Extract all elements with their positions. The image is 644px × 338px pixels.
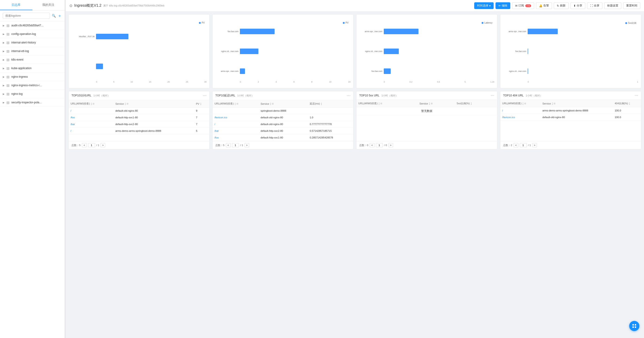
hbar-bar-2-1 bbox=[240, 29, 274, 34]
sort-url-4[interactable]: ▲▼ bbox=[522, 102, 524, 105]
url-link-2-5[interactable]: /foo bbox=[214, 136, 218, 139]
legend-dot-4 bbox=[625, 22, 627, 24]
sidebar-item-6[interactable]: ▶ ▤ nginx-ingress bbox=[0, 73, 64, 81]
page-separator-4: / 1 bbox=[528, 144, 531, 147]
title-setting-button[interactable]: 标题设置 bbox=[604, 2, 621, 9]
url-link-2-4[interactable]: /bar bbox=[214, 129, 219, 132]
url-link-1-1[interactable]: / bbox=[70, 109, 71, 112]
sidebar-item-5[interactable]: ▶ ▤ kube-application bbox=[0, 64, 64, 73]
subscribe-button[interactable]: ✉ 订阅 new bbox=[512, 2, 534, 9]
next-page-3[interactable]: > bbox=[388, 143, 393, 147]
sidebar-item-name-2: internal-alert-history bbox=[11, 41, 62, 44]
service-cell-2-1: springboot-demo-8888 bbox=[259, 107, 308, 114]
hbar-chart-1: PV Mozilla/.../537.36 0 bbox=[72, 20, 206, 83]
sidebar-item-7[interactable]: ▶ ▤ nginx-ingress-metrics-r... bbox=[0, 81, 64, 90]
latency-cell-2-5: 0.285714285428578 bbox=[308, 134, 353, 141]
hbar-axis-1: 0 5 10 15 20 25 30 bbox=[96, 81, 206, 83]
add-logstore-icon[interactable]: ＋ bbox=[58, 13, 62, 18]
edit-button[interactable]: ✏ 编辑 bbox=[496, 2, 510, 9]
url-link-4-2[interactable]: /favicon.ico bbox=[502, 116, 515, 119]
refresh-label: 刷新 bbox=[560, 4, 566, 8]
sort-service-1[interactable]: ▲▼ bbox=[124, 102, 126, 105]
page-separator-2: / 1 bbox=[240, 144, 243, 147]
url-link-2-3[interactable]: / bbox=[214, 123, 215, 126]
search-icon: 🔍 bbox=[52, 14, 56, 17]
prev-page-2[interactable]: < bbox=[226, 143, 230, 147]
sidebar-tab-logstore[interactable]: 日志库 bbox=[0, 0, 32, 10]
hbar-bar-2-3 bbox=[240, 68, 245, 74]
sidebar-item-9[interactable]: ▶ ▤ security-inspector-pola... bbox=[0, 98, 64, 107]
charts-row: PV Mozilla/.../537.36 0 bbox=[68, 14, 641, 88]
time-select-button[interactable]: 时间选择 ▾ bbox=[474, 2, 494, 9]
table-wrapper-4: URL(ARMS排查) ▲▼ ⊞ Service ▲▼ bbox=[500, 100, 641, 141]
sort-pv-1[interactable]: ▲▼ bbox=[200, 102, 202, 105]
next-page-4[interactable]: > bbox=[532, 143, 537, 147]
search-input[interactable] bbox=[3, 13, 50, 19]
url-link-1-2[interactable]: /foo bbox=[70, 116, 75, 119]
float-action-button[interactable] bbox=[629, 321, 639, 331]
hbar-row-2-2: nginx.c6...iner.com bbox=[215, 48, 350, 54]
fullscreen-button[interactable]: ⛶ 全屏 bbox=[587, 2, 602, 9]
url-link-2-2[interactable]: /favicon.ico bbox=[214, 116, 227, 119]
legend-dot-1 bbox=[199, 22, 201, 24]
table-title-2: TOP10延迟URL 1小时（相对） bbox=[215, 94, 254, 98]
sort-404-4[interactable]: ▲▼ bbox=[629, 102, 630, 105]
url-link-1-4[interactable]: / bbox=[70, 129, 71, 132]
arrow-icon-6: ▶ bbox=[3, 76, 5, 78]
table-card-header-2: TOP10延迟URL 1小时（相对） ⋯ bbox=[212, 91, 353, 100]
sidebar-item-1[interactable]: ▶ ▤ config-operation-log bbox=[0, 30, 64, 38]
sort-service-3[interactable]: ▲▼ bbox=[429, 102, 430, 105]
legend-label-2: PV bbox=[346, 21, 348, 24]
table-more-3[interactable]: ⋯ bbox=[491, 94, 494, 97]
filter-service-2[interactable]: ⊞ bbox=[272, 102, 274, 105]
sidebar-item-8[interactable]: ▶ ▤ nginx-log bbox=[0, 90, 64, 98]
next-page-2[interactable]: > bbox=[244, 143, 249, 147]
filter-service-4[interactable]: ⊞ bbox=[554, 102, 556, 105]
sidebar-item-0[interactable]: ▶ ▤ audit-c6c48265dd59a47... bbox=[0, 21, 64, 30]
sort-service-2[interactable]: ▲▼ bbox=[270, 102, 271, 105]
share-button[interactable]: ⬆ 分享 bbox=[570, 2, 585, 9]
chart-card-2: PV foo.bar.com nginx.c6...iner.com bbox=[212, 14, 354, 88]
sidebar-tab-favorite[interactable]: 我的关注 bbox=[32, 0, 65, 10]
url-link-4-1[interactable]: / bbox=[502, 109, 503, 112]
filter-service-3[interactable]: ⊞ bbox=[431, 102, 432, 105]
table-more-2[interactable]: ⋯ bbox=[347, 94, 350, 98]
table-more-1[interactable]: ⋯ bbox=[203, 94, 206, 98]
prev-page-4[interactable]: < bbox=[514, 143, 518, 147]
page-input-1[interactable] bbox=[88, 143, 95, 147]
prev-page-1[interactable]: < bbox=[82, 143, 86, 147]
col-header-latency-2: 延迟(ms) ▲▼ bbox=[308, 100, 353, 107]
url-link-1-3[interactable]: /bar bbox=[70, 123, 75, 126]
col-header-404-4: 404比例(%) ▲▼ bbox=[613, 100, 641, 107]
filter-url-1[interactable]: ⊞ bbox=[92, 102, 94, 105]
sort-5xx-3[interactable]: ▲▼ bbox=[470, 102, 472, 105]
sort-latency-2[interactable]: ▲▼ bbox=[320, 102, 322, 105]
sidebar-item-3[interactable]: ▶ ▤ internal-etl-log bbox=[0, 47, 64, 55]
share-label: 分享 bbox=[577, 4, 582, 8]
filter-service-1[interactable]: ⊞ bbox=[126, 102, 128, 105]
col-header-service-2: Service ▲▼ ⊞ bbox=[259, 100, 308, 107]
page-input-4[interactable] bbox=[520, 143, 527, 147]
table-row: /foo default-http-svc1-80 0.285714285428… bbox=[212, 134, 353, 141]
sidebar-item-4[interactable]: ▶ ▤ k8s-event bbox=[0, 55, 64, 64]
filter-url-4[interactable]: ⊞ bbox=[524, 102, 526, 105]
sidebar-item-2[interactable]: ▶ ▤ internal-alert-history bbox=[0, 38, 64, 47]
page-input-2[interactable] bbox=[232, 143, 239, 147]
sort-service-4[interactable]: ▲▼ bbox=[552, 102, 553, 105]
alert-label: 告警 bbox=[544, 4, 549, 8]
sort-url-2[interactable]: ▲▼ bbox=[234, 102, 236, 105]
sort-url-3[interactable]: ▲▼ bbox=[378, 102, 380, 105]
table-wrapper-2: URL(ARMS排查) ▲▼ ⊞ Service ▲▼ bbox=[212, 100, 353, 141]
table-more-4[interactable]: ⋯ bbox=[634, 94, 638, 97]
next-page-1[interactable]: > bbox=[100, 143, 105, 147]
table-card-4: TOP10 404 URL 1小时（相对） ⋯ URL(ARMS bbox=[500, 91, 641, 149]
page-input-3[interactable] bbox=[376, 143, 383, 147]
refresh-button[interactable]: ↻ 刷新 bbox=[554, 2, 568, 9]
filter-url-3[interactable]: ⊞ bbox=[380, 102, 382, 105]
prev-page-3[interactable]: < bbox=[370, 143, 374, 147]
reset-time-button[interactable]: 重置时间 bbox=[623, 2, 640, 9]
sort-url-1[interactable]: ▲▼ bbox=[90, 102, 92, 105]
alert-button[interactable]: 🔔 告警 bbox=[536, 2, 552, 9]
service-cell-2-2: default-old-nginx-80 bbox=[259, 114, 308, 121]
filter-url-2[interactable]: ⊞ bbox=[236, 102, 238, 105]
